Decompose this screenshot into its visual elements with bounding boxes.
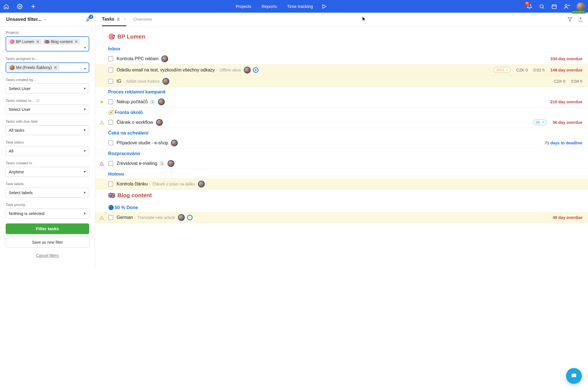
nav-timetracking[interactable]: Time tracking — [287, 4, 313, 9]
task-row[interactable]: Zrevidovat e-mailing 1 — [95, 158, 588, 169]
assignee-avatar[interactable] — [162, 78, 169, 85]
section-emoji-icon: 🧭 — [108, 110, 114, 115]
tab-tasks[interactable]: Tasks — [102, 13, 126, 26]
task-title: Zrevidovat e-mailing — [117, 161, 157, 166]
pill-remove-icon[interactable]: ✕ — [505, 68, 508, 72]
date-pill[interactable]: 30.✕ — [533, 119, 547, 125]
createdby-select[interactable]: Select User▼ — [6, 84, 89, 93]
projects-filter[interactable]: 🎯BP Lumen✕🇬🇧Blog content✕▼ — [6, 36, 89, 51]
save-filter-button[interactable]: Save as new filter — [6, 237, 89, 248]
users-icon[interactable] — [564, 3, 570, 10]
task-checkbox[interactable] — [108, 68, 113, 73]
task-row[interactable]: Odešlu email na test, vyzkouším všechny … — [95, 64, 588, 76]
svg-point-3 — [565, 4, 567, 6]
year-pill[interactable]: 2021✕ — [494, 67, 511, 73]
notifications-icon[interactable]: 21 — [527, 4, 532, 9]
task-checkbox[interactable] — [108, 120, 113, 125]
task-checkbox[interactable] — [108, 99, 113, 104]
section-header[interactable]: Proces reklamní kampaně — [95, 87, 588, 96]
assignee-avatar[interactable] — [168, 160, 174, 167]
createdin-select[interactable]: Anytime▼ — [6, 167, 89, 177]
assignee-avatar[interactable] — [158, 98, 165, 105]
project-emoji-icon: 🇬🇧 — [108, 192, 115, 199]
task-title: Kontrola PPC reklam — [117, 56, 159, 61]
chip-remove-icon[interactable]: ✕ — [35, 39, 40, 44]
assigned-filter[interactable]: Me (Freelo Šablony) ✕ ▼ — [6, 62, 89, 73]
filter-title[interactable]: Unsaved filter... — [6, 17, 47, 22]
section-header[interactable]: Rozpracováno — [95, 149, 588, 158]
task-row[interactable]: German ›Translate new article 49 day ove… — [95, 212, 588, 223]
watcher-open-icon[interactable] — [187, 215, 193, 220]
filter-view-icon[interactable] — [567, 17, 573, 22]
nav-projects[interactable]: Projects — [236, 4, 251, 9]
chip-emoji-icon: 🇬🇧 — [44, 39, 49, 44]
relatedto-select[interactable]: Select User▼ — [6, 104, 89, 114]
assignee-avatar[interactable] — [198, 181, 205, 187]
section-header[interactable]: Inbox — [95, 44, 588, 53]
chip-remove-icon[interactable]: ✕ — [53, 65, 58, 70]
star-icon[interactable]: ★ — [99, 99, 104, 105]
task-row[interactable]: Článek o workflow 30.✕56 day overdue — [95, 117, 588, 128]
task-time: 0:02 h — [533, 68, 545, 72]
chevron-right-icon: › — [135, 215, 136, 220]
assigned-chip[interactable]: Me (Freelo Šablony) ✕ — [8, 64, 59, 71]
project-chip[interactable]: 🇬🇧Blog content✕ — [43, 39, 80, 45]
section-header[interactable]: Hotovo — [95, 169, 588, 178]
add-icon[interactable] — [30, 4, 36, 9]
task-checkbox[interactable] — [108, 161, 113, 166]
duedate-select[interactable]: All tasks▼ — [6, 125, 89, 135]
assignee-avatar[interactable] — [178, 214, 185, 221]
assignee-avatar[interactable] — [171, 140, 178, 146]
section-header[interactable]: Čeká na schválení — [95, 128, 588, 137]
section-header[interactable]: 🧭Fronta úkolů — [95, 107, 588, 117]
labels-select[interactable]: Select labels▼ — [6, 188, 89, 198]
task-checkbox[interactable] — [108, 56, 113, 61]
priority-med-icon — [99, 215, 104, 220]
status-select[interactable]: All▼ — [6, 146, 89, 156]
calendar-icon[interactable] — [551, 4, 557, 9]
project-header[interactable]: 🎯BP Lumen — [95, 31, 588, 44]
priority-select[interactable]: Nothing is selected▼ — [6, 209, 89, 218]
task-money: CZK 0 — [516, 68, 528, 72]
task-row[interactable]: IG ›Sdílet nové funkce CZK 00:04 h — [95, 76, 588, 87]
pin-count-badge: 2 — [89, 15, 93, 19]
settings-icon[interactable] — [17, 4, 23, 9]
task-subtask: Translate new article — [137, 215, 175, 220]
user-avatar[interactable]: BUSINESS — [577, 3, 585, 10]
task-checkbox[interactable] — [108, 140, 113, 145]
watcher-icon[interactable] — [253, 67, 259, 73]
svg-rect-2 — [552, 5, 556, 8]
task-row[interactable]: Kontrola PPC reklam 334 day overdue — [95, 53, 588, 64]
play-icon[interactable] — [321, 4, 327, 9]
task-checkbox[interactable] — [108, 181, 113, 187]
project-chip[interactable]: 🎯BP Lumen✕ — [8, 39, 42, 45]
assignee-avatar[interactable] — [244, 67, 251, 73]
assignee-avatar[interactable] — [161, 55, 168, 62]
task-checkbox[interactable] — [108, 215, 113, 220]
cancel-filters-button[interactable]: Cancel filters — [6, 250, 89, 261]
relatedto-filter-label: Tasks related to... — [6, 98, 89, 103]
nav-reports[interactable]: Reports — [262, 4, 277, 9]
search-icon[interactable] — [539, 4, 545, 9]
pin-icon[interactable]: 2 — [85, 16, 91, 23]
task-checkbox[interactable] — [108, 79, 113, 84]
overdue-label: 56 day overdue — [553, 120, 582, 125]
pill-remove-icon[interactable]: ✕ — [542, 120, 544, 124]
chip-remove-icon[interactable]: ✕ — [74, 39, 79, 44]
tab-overview[interactable]: Overview — [133, 13, 152, 26]
section-header[interactable]: 🔵50 % Done — [95, 203, 588, 212]
task-row[interactable]: Případové studie - e-shop 71 days to dea… — [95, 137, 588, 149]
task-row[interactable]: Kontrola článku ›Článek o práci na dálku — [95, 178, 588, 190]
export-icon[interactable] — [578, 17, 583, 22]
home-icon[interactable] — [3, 4, 9, 9]
priority-med-icon — [99, 120, 104, 125]
chip-emoji-icon: 🎯 — [10, 39, 14, 44]
filter-tasks-button[interactable]: Filter tasks — [6, 223, 89, 234]
topbar: Projects Reports Time tracking 21 BUSINE… — [0, 0, 588, 13]
project-header[interactable]: 🇬🇧Blog content — [95, 190, 588, 203]
assignee-avatar[interactable] — [156, 119, 163, 126]
task-title: Článek o workflow — [117, 120, 153, 125]
task-list: 🎯BP LumenInbox Kontrola PPC reklam 334 d… — [95, 26, 588, 266]
overdue-label: 210 day overdue — [550, 100, 582, 104]
task-row[interactable]: ★ Nákup počitačů 1 210 day overdue — [95, 96, 588, 107]
